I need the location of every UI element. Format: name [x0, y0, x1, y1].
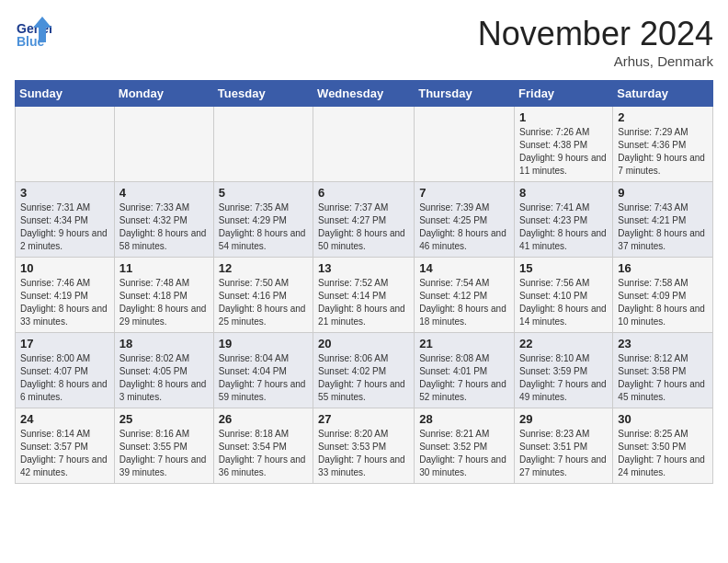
calendar-table: Sunday Monday Tuesday Wednesday Thursday… [15, 80, 713, 484]
day-cell [415, 107, 515, 182]
day-number: 12 [219, 261, 308, 275]
month-title: November 2024 [478, 15, 713, 53]
day-info: Sunrise: 8:04 AM Sunset: 4:04 PM Dayligh… [219, 352, 308, 404]
day-cell: 27Sunrise: 8:20 AM Sunset: 3:53 PM Dayli… [313, 408, 415, 484]
day-info: Sunrise: 8:12 AM Sunset: 3:58 PM Dayligh… [618, 352, 708, 404]
day-number: 20 [318, 337, 409, 350]
day-info: Sunrise: 8:06 AM Sunset: 4:02 PM Dayligh… [318, 352, 409, 404]
day-cell: 6Sunrise: 7:37 AM Sunset: 4:27 PM Daylig… [313, 182, 415, 258]
day-number: 19 [219, 337, 308, 350]
day-info: Sunrise: 8:00 AM Sunset: 4:07 PM Dayligh… [20, 352, 109, 404]
day-number: 2 [618, 110, 708, 124]
day-info: Sunrise: 8:18 AM Sunset: 3:54 PM Dayligh… [219, 428, 308, 479]
day-number: 30 [618, 412, 708, 426]
day-cell: 26Sunrise: 8:18 AM Sunset: 3:54 PM Dayli… [213, 408, 313, 484]
day-number: 27 [318, 412, 409, 426]
day-info: Sunrise: 7:33 AM Sunset: 4:32 PM Dayligh… [119, 201, 209, 253]
day-info: Sunrise: 7:31 AM Sunset: 4:34 PM Dayligh… [20, 201, 109, 253]
day-cell: 22Sunrise: 8:10 AM Sunset: 3:59 PM Dayli… [515, 333, 613, 408]
day-cell: 13Sunrise: 7:52 AM Sunset: 4:14 PM Dayli… [313, 258, 415, 333]
day-info: Sunrise: 8:16 AM Sunset: 3:55 PM Dayligh… [119, 428, 209, 479]
day-number: 26 [219, 412, 308, 426]
day-cell: 4Sunrise: 7:33 AM Sunset: 4:32 PM Daylig… [114, 182, 213, 258]
day-number: 1 [519, 110, 608, 124]
day-cell: 10Sunrise: 7:46 AM Sunset: 4:19 PM Dayli… [16, 258, 115, 333]
day-number: 4 [119, 186, 209, 200]
day-info: Sunrise: 7:54 AM Sunset: 4:12 PM Dayligh… [419, 277, 509, 328]
day-number: 18 [119, 337, 209, 350]
day-number: 16 [618, 261, 708, 275]
week-row-2: 3Sunrise: 7:31 AM Sunset: 4:34 PM Daylig… [16, 182, 713, 258]
day-cell: 11Sunrise: 7:48 AM Sunset: 4:18 PM Dayli… [114, 258, 213, 333]
day-number: 3 [20, 186, 109, 200]
col-monday: Monday [114, 81, 213, 107]
day-number: 9 [618, 186, 708, 200]
title-block: November 2024 Arhus, Denmark [478, 15, 713, 69]
logo: General Blue [15, 15, 55, 52]
day-cell: 25Sunrise: 8:16 AM Sunset: 3:55 PM Dayli… [114, 408, 213, 484]
day-info: Sunrise: 7:43 AM Sunset: 4:21 PM Dayligh… [618, 201, 708, 253]
day-number: 11 [119, 261, 209, 275]
day-info: Sunrise: 8:10 AM Sunset: 3:59 PM Dayligh… [519, 352, 608, 404]
day-info: Sunrise: 8:14 AM Sunset: 3:57 PM Dayligh… [20, 428, 109, 479]
location: Arhus, Denmark [478, 53, 713, 69]
day-number: 24 [20, 412, 109, 426]
col-thursday: Thursday [415, 81, 515, 107]
page-header: General Blue November 2024 Arhus, Denmar… [15, 15, 713, 69]
day-number: 17 [20, 337, 109, 350]
day-info: Sunrise: 8:08 AM Sunset: 4:01 PM Dayligh… [419, 352, 509, 404]
col-sunday: Sunday [16, 81, 115, 107]
day-cell [114, 107, 213, 182]
day-number: 10 [20, 261, 109, 275]
day-info: Sunrise: 8:20 AM Sunset: 3:53 PM Dayligh… [318, 428, 409, 479]
week-row-5: 24Sunrise: 8:14 AM Sunset: 3:57 PM Dayli… [16, 408, 713, 484]
day-number: 29 [519, 412, 608, 426]
day-number: 7 [419, 186, 509, 200]
day-cell: 5Sunrise: 7:35 AM Sunset: 4:29 PM Daylig… [213, 182, 313, 258]
day-info: Sunrise: 8:21 AM Sunset: 3:52 PM Dayligh… [419, 428, 509, 479]
day-number: 13 [318, 261, 409, 275]
day-cell: 21Sunrise: 8:08 AM Sunset: 4:01 PM Dayli… [415, 333, 515, 408]
day-cell: 23Sunrise: 8:12 AM Sunset: 3:58 PM Dayli… [613, 333, 713, 408]
day-info: Sunrise: 8:25 AM Sunset: 3:50 PM Dayligh… [618, 428, 708, 479]
day-info: Sunrise: 7:52 AM Sunset: 4:14 PM Dayligh… [318, 277, 409, 328]
day-cell: 7Sunrise: 7:39 AM Sunset: 4:25 PM Daylig… [415, 182, 515, 258]
day-number: 23 [618, 337, 708, 350]
day-number: 8 [519, 186, 608, 200]
header-row: Sunday Monday Tuesday Wednesday Thursday… [16, 81, 713, 107]
week-row-4: 17Sunrise: 8:00 AM Sunset: 4:07 PM Dayli… [16, 333, 713, 408]
day-number: 22 [519, 337, 608, 350]
day-cell [313, 107, 415, 182]
day-cell: 18Sunrise: 8:02 AM Sunset: 4:05 PM Dayli… [114, 333, 213, 408]
day-cell: 29Sunrise: 8:23 AM Sunset: 3:51 PM Dayli… [515, 408, 613, 484]
day-number: 21 [419, 337, 509, 350]
day-info: Sunrise: 7:50 AM Sunset: 4:16 PM Dayligh… [219, 277, 308, 328]
col-tuesday: Tuesday [213, 81, 313, 107]
day-cell: 24Sunrise: 8:14 AM Sunset: 3:57 PM Dayli… [16, 408, 115, 484]
week-row-1: 1Sunrise: 7:26 AM Sunset: 4:38 PM Daylig… [16, 107, 713, 182]
day-info: Sunrise: 7:58 AM Sunset: 4:09 PM Dayligh… [618, 277, 708, 328]
day-number: 15 [519, 261, 608, 275]
col-wednesday: Wednesday [313, 81, 415, 107]
day-cell: 28Sunrise: 8:21 AM Sunset: 3:52 PM Dayli… [415, 408, 515, 484]
day-info: Sunrise: 8:23 AM Sunset: 3:51 PM Dayligh… [519, 428, 608, 479]
day-info: Sunrise: 7:39 AM Sunset: 4:25 PM Dayligh… [419, 201, 509, 253]
day-cell: 17Sunrise: 8:00 AM Sunset: 4:07 PM Dayli… [16, 333, 115, 408]
day-info: Sunrise: 7:48 AM Sunset: 4:18 PM Dayligh… [119, 277, 209, 328]
day-cell: 3Sunrise: 7:31 AM Sunset: 4:34 PM Daylig… [16, 182, 115, 258]
day-cell: 14Sunrise: 7:54 AM Sunset: 4:12 PM Dayli… [415, 258, 515, 333]
week-row-3: 10Sunrise: 7:46 AM Sunset: 4:19 PM Dayli… [16, 258, 713, 333]
day-cell: 1Sunrise: 7:26 AM Sunset: 4:38 PM Daylig… [515, 107, 613, 182]
day-number: 6 [318, 186, 409, 200]
col-saturday: Saturday [613, 81, 713, 107]
day-cell: 8Sunrise: 7:41 AM Sunset: 4:23 PM Daylig… [515, 182, 613, 258]
day-number: 14 [419, 261, 509, 275]
day-cell: 12Sunrise: 7:50 AM Sunset: 4:16 PM Dayli… [213, 258, 313, 333]
day-cell: 20Sunrise: 8:06 AM Sunset: 4:02 PM Dayli… [313, 333, 415, 408]
day-info: Sunrise: 7:37 AM Sunset: 4:27 PM Dayligh… [318, 201, 409, 253]
day-info: Sunrise: 7:29 AM Sunset: 4:36 PM Dayligh… [618, 126, 708, 178]
day-cell: 16Sunrise: 7:58 AM Sunset: 4:09 PM Dayli… [613, 258, 713, 333]
day-info: Sunrise: 8:02 AM Sunset: 4:05 PM Dayligh… [119, 352, 209, 404]
day-info: Sunrise: 7:35 AM Sunset: 4:29 PM Dayligh… [219, 201, 308, 253]
day-cell [16, 107, 115, 182]
